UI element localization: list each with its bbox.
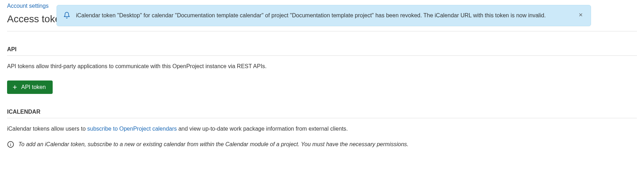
subscribe-calendars-link[interactable]: subscribe to OpenProject calendars: [87, 126, 177, 132]
info-icon: [7, 141, 14, 148]
breadcrumb-link-account-settings[interactable]: Account settings: [7, 3, 48, 9]
plus-icon: [12, 84, 18, 90]
add-api-token-button[interactable]: API token: [7, 80, 53, 94]
icalendar-desc-suffix: and view up-to-date work package informa…: [177, 126, 348, 132]
icalendar-section-heading: ICALENDAR: [7, 109, 637, 118]
bell-icon: [63, 12, 70, 19]
api-section-description: API tokens allow third-party application…: [7, 62, 637, 71]
icalendar-hint: To add an iCalendar token, subscribe to …: [7, 141, 637, 148]
api-section-heading: API: [7, 46, 637, 56]
close-icon: [578, 12, 583, 19]
icalendar-section-description: iCalendar tokens allow users to subscrib…: [7, 125, 637, 133]
api-section: API API tokens allow third-party applica…: [7, 46, 637, 94]
icalendar-hint-text: To add an iCalendar token, subscribe to …: [18, 141, 409, 148]
notification-text: iCalendar token "Desktop" for calendar "…: [76, 11, 546, 20]
icalendar-section: ICALENDAR iCalendar tokens allow users t…: [7, 109, 637, 148]
add-api-token-label: API token: [21, 84, 46, 90]
close-button[interactable]: [576, 11, 585, 19]
icalendar-desc-prefix: iCalendar tokens allow users to: [7, 126, 87, 132]
notification-banner: iCalendar token "Desktop" for calendar "…: [57, 5, 591, 26]
